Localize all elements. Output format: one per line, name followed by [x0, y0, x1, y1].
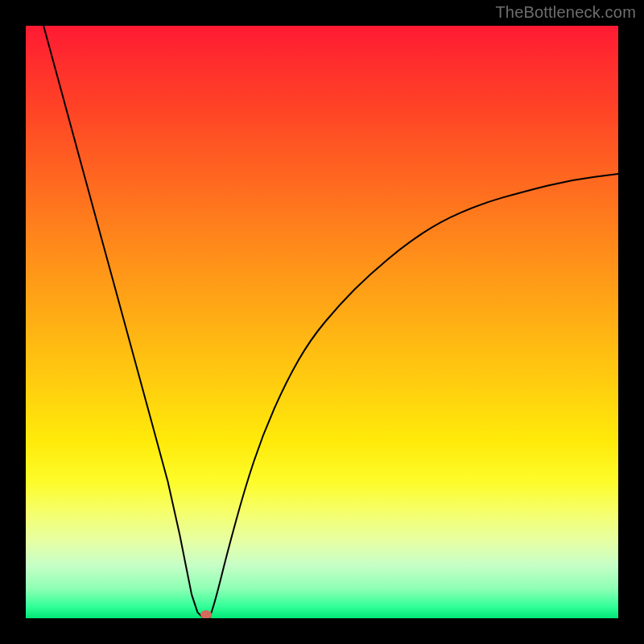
watermark-text: TheBottleneck.com [495, 3, 636, 22]
chart-frame: TheBottleneck.com [0, 0, 644, 644]
plot-area [26, 26, 618, 618]
bottleneck-curve [26, 26, 618, 618]
trough-marker-icon [200, 610, 212, 618]
